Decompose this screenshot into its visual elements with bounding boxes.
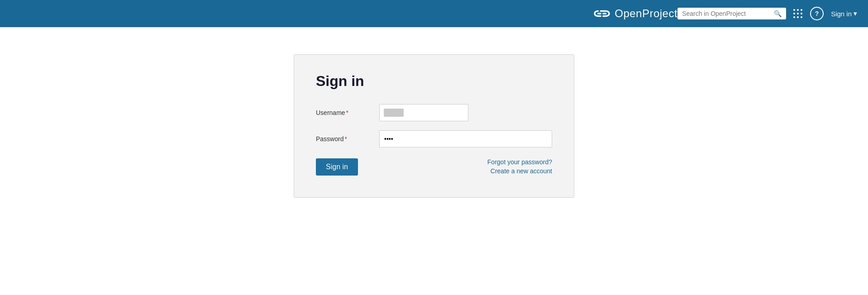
search-input[interactable]: [682, 10, 771, 17]
search-box[interactable]: 🔍: [677, 8, 786, 19]
username-label: Username*: [316, 109, 379, 116]
form-actions: Sign in Forgot your password? Create a n…: [316, 158, 552, 176]
password-row: Password*: [316, 130, 552, 148]
signin-nav-label: Sign in: [831, 10, 852, 18]
help-icon: ?: [815, 10, 819, 17]
username-row: Username*: [316, 104, 552, 121]
signin-nav-dropdown-icon: ▾: [854, 10, 857, 18]
username-input[interactable]: [379, 104, 468, 121]
main-content: Sign in Username* Password* Sign in: [0, 27, 868, 295]
signin-card: Sign in Username* Password* Sign in: [294, 54, 574, 198]
navbar-right: 🔍 ? Sign in ▾: [677, 7, 857, 20]
signin-title: Sign in: [316, 73, 552, 90]
signin-nav-button[interactable]: Sign in ▾: [831, 10, 857, 18]
create-account-link[interactable]: Create a new account: [491, 167, 552, 175]
username-required: *: [346, 109, 348, 116]
logo-icon: [594, 7, 610, 20]
app-logo: OpenProject: [594, 7, 677, 20]
navbar: OpenProject 🔍 ? Sign in ▾: [0, 0, 868, 27]
password-input[interactable]: [379, 130, 552, 148]
signin-button[interactable]: Sign in: [316, 158, 358, 176]
logo-text: OpenProject: [615, 7, 677, 20]
grid-menu-icon[interactable]: [793, 9, 803, 19]
form-links: Forgot your password? Create a new accou…: [487, 158, 552, 175]
search-icon: 🔍: [774, 10, 782, 17]
forgot-password-link[interactable]: Forgot your password?: [487, 158, 552, 166]
password-label: Password*: [316, 135, 379, 143]
help-button[interactable]: ?: [810, 7, 824, 20]
password-required: *: [344, 135, 347, 143]
